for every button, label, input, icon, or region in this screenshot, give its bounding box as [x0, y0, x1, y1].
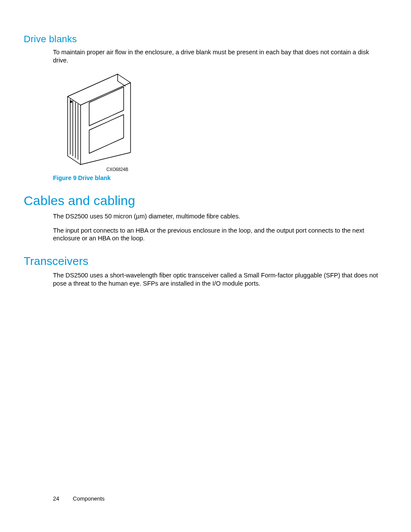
body-drive-blanks: To maintain proper air flow in the enclo…: [24, 48, 387, 65]
heading-cables: Cables and cabling: [24, 193, 387, 208]
figure-caption: Figure 9 Drive blank: [53, 174, 387, 181]
drive-blank-icon: [53, 71, 135, 165]
figure-9-drive-blank: CXO6824B Figure 9 Drive blank: [24, 71, 387, 181]
body-cables-2: The input port connects to an HBA or the…: [24, 227, 387, 243]
page-number: 24: [53, 495, 59, 502]
section-cables: Cables and cabling The DS2500 uses 50 mi…: [24, 193, 387, 243]
figure-code: CXO6824B: [53, 167, 387, 172]
body-transceivers: The DS2500 uses a short-wavelength fiber…: [24, 271, 387, 288]
page-footer: 24 Components: [53, 495, 105, 502]
footer-section-name: Components: [73, 495, 105, 502]
section-drive-blanks: Drive blanks To maintain proper air flow…: [24, 34, 387, 181]
heading-drive-blanks: Drive blanks: [24, 34, 387, 45]
body-cables-1: The DS2500 uses 50 micron (µm) diameter,…: [24, 212, 387, 221]
heading-transceivers: Transceivers: [24, 255, 387, 268]
section-transceivers: Transceivers The DS2500 uses a short-wav…: [24, 255, 387, 288]
svg-point-0: [70, 101, 72, 103]
